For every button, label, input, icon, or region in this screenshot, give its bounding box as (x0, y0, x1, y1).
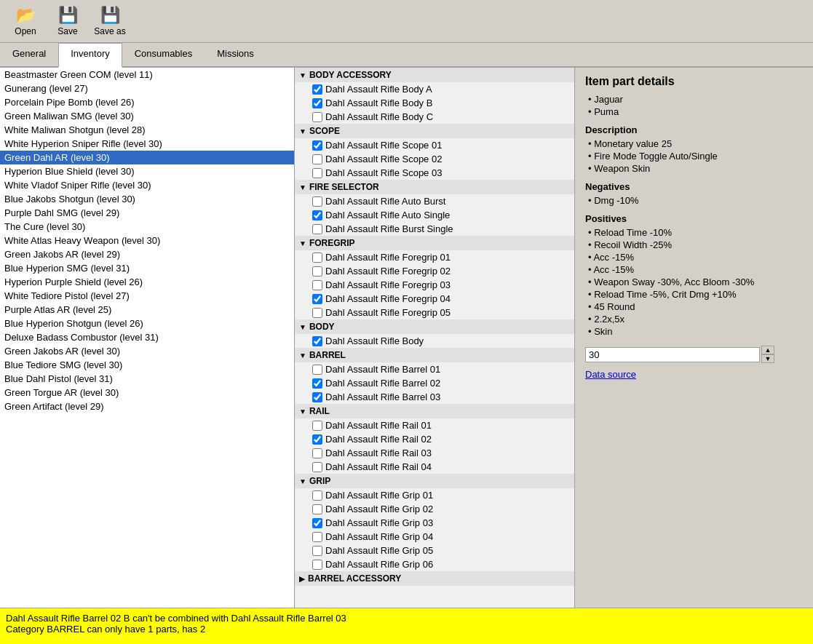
part-label[interactable]: Dahl Assault Rifle Grip 05 (325, 545, 433, 556)
list-item[interactable]: Green Jakobs AR (level 29) (0, 247, 294, 261)
part-checkbox[interactable] (312, 434, 322, 445)
part-checkbox[interactable] (312, 98, 322, 108)
level-input[interactable] (585, 347, 760, 362)
part-label[interactable]: Dahl Assault Rifle Grip 03 (325, 517, 433, 528)
part-label[interactable]: Dahl Assault Rifle Rail 03 (325, 448, 432, 458)
list-item[interactable]: Deluxe Badass Combustor (level 31) (0, 330, 294, 344)
part-checkbox[interactable] (312, 421, 322, 431)
part-checkbox[interactable] (312, 308, 322, 318)
list-item[interactable]: Hyperion Purple Shield (level 26) (0, 275, 294, 289)
part-checkbox[interactable] (312, 280, 322, 290)
part-label[interactable]: Dahl Assault Rifle Body A (325, 84, 432, 95)
part-label[interactable]: Dahl Assault Rifle Burst Single (325, 223, 453, 234)
tab-inventory[interactable]: Inventory (58, 43, 122, 68)
part-label[interactable]: Dahl Assault Rifle Barrel 03 (325, 391, 440, 402)
part-checkbox[interactable] (312, 448, 322, 458)
part-checkbox[interactable] (312, 112, 322, 122)
section-header-barrel-accessory[interactable]: ▶BARREL ACCESSORY (295, 571, 574, 586)
level-down-button[interactable]: ▼ (761, 354, 774, 363)
part-checkbox[interactable] (312, 392, 322, 402)
open-button[interactable]: 📂 Open (7, 6, 44, 36)
list-item[interactable]: White Tediore Pistol (level 27) (0, 289, 294, 303)
list-item[interactable]: Blue Hyperion Shotgun (level 26) (0, 317, 294, 330)
part-label[interactable]: Dahl Assault Rifle Rail 04 (325, 461, 432, 472)
list-item[interactable]: Gunerang (level 27) (0, 82, 294, 95)
part-checkbox[interactable] (312, 266, 322, 277)
part-label[interactable]: Dahl Assault Rifle Foregrip 04 (325, 293, 451, 304)
part-checkbox[interactable] (312, 168, 322, 178)
part-checkbox[interactable] (312, 210, 322, 220)
section-header-body-accessory[interactable]: ▼BODY ACCESSORY (295, 68, 574, 82)
save-as-button[interactable]: 💾 Save as (92, 6, 128, 36)
part-label[interactable]: Dahl Assault Rifle Grip 06 (325, 559, 433, 570)
part-checkbox[interactable] (312, 546, 322, 556)
data-source-link[interactable]: Data source (585, 369, 803, 380)
section-header-scope[interactable]: ▼SCOPE (295, 124, 574, 138)
tab-missions[interactable]: Missions (205, 43, 266, 66)
list-item[interactable]: The Cure (level 30) (0, 220, 294, 234)
part-label[interactable]: Dahl Assault Rifle Rail 01 (325, 420, 432, 431)
list-item[interactable]: Purple Atlas AR (level 25) (0, 303, 294, 317)
part-checkbox[interactable] (312, 336, 322, 346)
list-item[interactable]: Beastmaster Green COM (level 11) (0, 68, 294, 82)
part-label[interactable]: Dahl Assault Rifle Body C (325, 111, 433, 122)
list-item[interactable]: Blue Jakobs Shotgun (level 30) (0, 192, 294, 206)
level-up-button[interactable]: ▲ (761, 346, 774, 354)
list-item[interactable]: White Atlas Heavy Weapon (level 30) (0, 234, 294, 247)
part-label[interactable]: Dahl Assault Rifle Body B (325, 98, 432, 108)
section-header-grip[interactable]: ▼GRIP (295, 474, 574, 488)
part-label[interactable]: Dahl Assault Rifle Grip 01 (325, 490, 433, 501)
part-label[interactable]: Dahl Assault Rifle Scope 01 (325, 140, 442, 151)
list-item[interactable]: Blue Tediore SMG (level 30) (0, 358, 294, 372)
part-label[interactable]: Dahl Assault Rifle Auto Burst (325, 196, 445, 207)
list-item[interactable]: White Vladof Sniper Rifle (level 30) (0, 178, 294, 192)
list-item[interactable]: White Maliwan Shotgun (level 28) (0, 123, 294, 137)
part-label[interactable]: Dahl Assault Rifle Foregrip 02 (325, 266, 451, 277)
list-item[interactable]: Green Artifact (level 29) (0, 399, 294, 413)
part-checkbox[interactable] (312, 504, 322, 514)
part-label[interactable]: Dahl Assault Rifle Foregrip 01 (325, 252, 451, 263)
part-label[interactable]: Dahl Assault Rifle Scope 03 (325, 167, 442, 178)
part-label[interactable]: Dahl Assault Rifle Scope 02 (325, 154, 442, 164)
part-checkbox[interactable] (312, 560, 322, 570)
tab-general[interactable]: General (0, 43, 58, 66)
part-checkbox[interactable] (312, 224, 322, 234)
part-label[interactable]: Dahl Assault Rifle Barrel 02 (325, 378, 440, 389)
part-label[interactable]: Dahl Assault Rifle Barrel 01 (325, 364, 440, 375)
list-item[interactable]: Green Dahl AR (level 30) (0, 151, 294, 164)
list-item[interactable]: Blue Hyperion SMG (level 31) (0, 261, 294, 275)
list-item[interactable]: Purple Dahl SMG (level 29) (0, 206, 294, 220)
list-item[interactable]: Porcelain Pipe Bomb (level 26) (0, 95, 294, 109)
section-header-foregrip[interactable]: ▼FOREGRIP (295, 236, 574, 250)
part-checkbox[interactable] (312, 84, 322, 95)
section-header-rail[interactable]: ▼RAIL (295, 404, 574, 418)
section-header-body[interactable]: ▼BODY (295, 319, 574, 334)
part-label[interactable]: Dahl Assault Rifle Rail 02 (325, 434, 432, 445)
tab-consumables[interactable]: Consumables (122, 43, 205, 66)
list-item[interactable]: Green Jakobs AR (level 30) (0, 344, 294, 358)
part-label[interactable]: Dahl Assault Rifle Grip 04 (325, 531, 433, 542)
part-checkbox[interactable] (312, 518, 322, 528)
part-checkbox[interactable] (312, 196, 322, 207)
list-item[interactable]: Green Maliwan SMG (level 30) (0, 109, 294, 123)
part-label[interactable]: Dahl Assault Rifle Auto Single (325, 210, 450, 220)
part-checkbox[interactable] (312, 140, 322, 151)
part-label[interactable]: Dahl Assault Rifle Body (325, 335, 424, 346)
part-label[interactable]: Dahl Assault Rifle Foregrip 05 (325, 307, 451, 318)
part-label[interactable]: Dahl Assault Rifle Foregrip 03 (325, 279, 451, 290)
part-checkbox[interactable] (312, 365, 322, 375)
part-checkbox[interactable] (312, 253, 322, 263)
part-checkbox[interactable] (312, 532, 322, 542)
list-item[interactable]: Hyperion Blue Shield (level 30) (0, 164, 294, 178)
part-checkbox[interactable] (312, 154, 322, 164)
parts-panel[interactable]: ▼BODY ACCESSORYDahl Assault Rifle Body A… (295, 68, 575, 608)
list-item[interactable]: White Hyperion Sniper Rifle (level 30) (0, 137, 294, 151)
part-label[interactable]: Dahl Assault Rifle Grip 02 (325, 504, 433, 514)
part-checkbox[interactable] (312, 490, 322, 501)
list-item[interactable]: Blue Dahl Pistol (level 31) (0, 372, 294, 386)
section-header-fire-selector[interactable]: ▼FIRE SELECTOR (295, 180, 574, 194)
part-checkbox[interactable] (312, 378, 322, 389)
save-button[interactable]: 💾 Save (49, 6, 86, 36)
part-checkbox[interactable] (312, 294, 322, 304)
section-header-barrel[interactable]: ▼BARREL (295, 348, 574, 362)
